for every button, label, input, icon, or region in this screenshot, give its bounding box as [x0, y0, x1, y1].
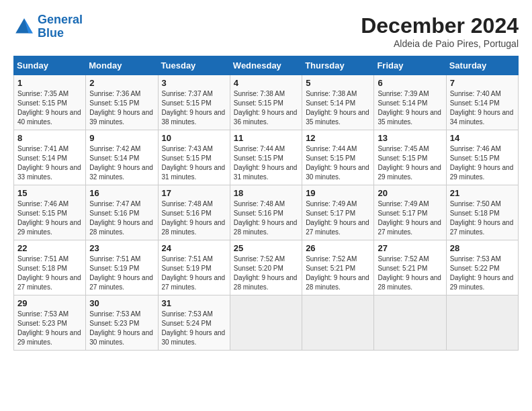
logo-text: General Blue	[38, 13, 83, 40]
day-info: Sunrise: 7:36 AMSunset: 5:15 PMDaylight:…	[89, 90, 153, 126]
calendar-day: 7 Sunrise: 7:40 AMSunset: 5:14 PMDayligh…	[446, 75, 518, 130]
calendar-week-row: 22 Sunrise: 7:51 AMSunset: 5:18 PMDaylig…	[14, 240, 519, 295]
day-number: 7	[450, 78, 515, 88]
day-info: Sunrise: 7:43 AMSunset: 5:15 PMDaylight:…	[162, 145, 226, 181]
col-tuesday: Tuesday	[158, 56, 230, 75]
day-number: 17	[162, 188, 226, 198]
day-info: Sunrise: 7:41 AMSunset: 5:14 PMDaylight:…	[17, 145, 81, 181]
calendar-day: 31 Sunrise: 7:53 AMSunset: 5:24 PMDaylig…	[158, 295, 230, 351]
day-info: Sunrise: 7:40 AMSunset: 5:14 PMDaylight:…	[450, 90, 514, 126]
day-number: 23	[89, 243, 154, 253]
day-info: Sunrise: 7:53 AMSunset: 5:23 PMDaylight:…	[17, 310, 81, 346]
calendar-week-row: 29 Sunrise: 7:53 AMSunset: 5:23 PMDaylig…	[14, 295, 519, 351]
day-info: Sunrise: 7:49 AMSunset: 5:17 PMDaylight:…	[306, 200, 369, 236]
day-number: 16	[89, 188, 154, 198]
calendar-day: 29 Sunrise: 7:53 AMSunset: 5:23 PMDaylig…	[14, 295, 86, 351]
day-number: 9	[89, 133, 154, 143]
day-info: Sunrise: 7:44 AMSunset: 5:15 PMDaylight:…	[306, 145, 369, 181]
day-number: 25	[234, 243, 298, 253]
day-info: Sunrise: 7:51 AMSunset: 5:19 PMDaylight:…	[89, 255, 153, 291]
calendar-day: 30 Sunrise: 7:53 AMSunset: 5:23 PMDaylig…	[86, 295, 158, 351]
calendar-table: Sunday Monday Tuesday Wednesday Thursday…	[13, 56, 519, 351]
calendar-day: 26 Sunrise: 7:52 AMSunset: 5:21 PMDaylig…	[302, 240, 374, 295]
day-number: 3	[162, 78, 226, 88]
calendar-day: 6 Sunrise: 7:39 AMSunset: 5:14 PMDayligh…	[374, 75, 446, 130]
day-number: 31	[162, 298, 226, 308]
calendar-body: 1 Sunrise: 7:35 AMSunset: 5:15 PMDayligh…	[14, 75, 519, 351]
day-info: Sunrise: 7:46 AMSunset: 5:15 PMDaylight:…	[17, 200, 81, 236]
day-number: 14	[450, 133, 515, 143]
day-number: 11	[234, 133, 298, 143]
day-info: Sunrise: 7:35 AMSunset: 5:15 PMDaylight:…	[17, 90, 81, 126]
day-info: Sunrise: 7:51 AMSunset: 5:19 PMDaylight:…	[162, 255, 226, 291]
day-number: 20	[378, 188, 442, 198]
calendar-day: 15 Sunrise: 7:46 AMSunset: 5:15 PMDaylig…	[14, 185, 86, 240]
day-info: Sunrise: 7:52 AMSunset: 5:20 PMDaylight:…	[234, 255, 298, 291]
day-number: 15	[17, 188, 82, 198]
calendar-day: 8 Sunrise: 7:41 AMSunset: 5:14 PMDayligh…	[14, 130, 86, 185]
calendar-day: 25 Sunrise: 7:52 AMSunset: 5:20 PMDaylig…	[230, 240, 302, 295]
day-info: Sunrise: 7:48 AMSunset: 5:16 PMDaylight:…	[162, 200, 226, 236]
day-number: 13	[378, 133, 442, 143]
day-info: Sunrise: 7:39 AMSunset: 5:14 PMDaylight:…	[378, 90, 441, 126]
day-info: Sunrise: 7:46 AMSunset: 5:15 PMDaylight:…	[450, 145, 514, 181]
day-info: Sunrise: 7:42 AMSunset: 5:14 PMDaylight:…	[89, 145, 153, 181]
empty-day	[446, 295, 518, 351]
empty-day	[230, 295, 302, 351]
col-wednesday: Wednesday	[230, 56, 302, 75]
title-area: December 2024 Aldeia de Paio Pires, Port…	[361, 13, 519, 49]
header-row: Sunday Monday Tuesday Wednesday Thursday…	[14, 56, 519, 75]
calendar-day: 1 Sunrise: 7:35 AMSunset: 5:15 PMDayligh…	[14, 75, 86, 130]
calendar-day: 21 Sunrise: 7:50 AMSunset: 5:18 PMDaylig…	[446, 185, 518, 240]
calendar-subtitle: Aldeia de Paio Pires, Portugal	[361, 38, 519, 49]
day-number: 10	[162, 133, 226, 143]
calendar-day: 2 Sunrise: 7:36 AMSunset: 5:15 PMDayligh…	[86, 75, 158, 130]
day-info: Sunrise: 7:51 AMSunset: 5:18 PMDaylight:…	[17, 255, 81, 291]
calendar-week-row: 1 Sunrise: 7:35 AMSunset: 5:15 PMDayligh…	[14, 75, 519, 130]
calendar-day: 9 Sunrise: 7:42 AMSunset: 5:14 PMDayligh…	[86, 130, 158, 185]
day-number: 19	[306, 188, 370, 198]
logo: General Blue	[13, 13, 83, 40]
day-info: Sunrise: 7:53 AMSunset: 5:23 PMDaylight:…	[89, 310, 153, 346]
day-number: 21	[450, 188, 515, 198]
empty-day	[374, 295, 446, 351]
day-number: 24	[162, 243, 226, 253]
day-info: Sunrise: 7:53 AMSunset: 5:24 PMDaylight:…	[162, 310, 226, 346]
day-number: 22	[17, 243, 82, 253]
day-number: 6	[378, 78, 442, 88]
day-info: Sunrise: 7:37 AMSunset: 5:15 PMDaylight:…	[162, 90, 226, 126]
calendar-day: 3 Sunrise: 7:37 AMSunset: 5:15 PMDayligh…	[158, 75, 230, 130]
day-number: 12	[306, 133, 370, 143]
col-thursday: Thursday	[302, 56, 374, 75]
day-number: 28	[450, 243, 515, 253]
day-info: Sunrise: 7:47 AMSunset: 5:16 PMDaylight:…	[89, 200, 153, 236]
calendar-day: 11 Sunrise: 7:44 AMSunset: 5:15 PMDaylig…	[230, 130, 302, 185]
day-info: Sunrise: 7:49 AMSunset: 5:17 PMDaylight:…	[378, 200, 441, 236]
col-sunday: Sunday	[14, 56, 86, 75]
calendar-day: 24 Sunrise: 7:51 AMSunset: 5:19 PMDaylig…	[158, 240, 230, 295]
day-info: Sunrise: 7:48 AMSunset: 5:16 PMDaylight:…	[234, 200, 298, 236]
day-number: 27	[378, 243, 442, 253]
day-info: Sunrise: 7:53 AMSunset: 5:22 PMDaylight:…	[450, 255, 514, 291]
day-number: 29	[17, 298, 82, 308]
day-number: 30	[89, 298, 154, 308]
col-monday: Monday	[86, 56, 158, 75]
calendar-day: 18 Sunrise: 7:48 AMSunset: 5:16 PMDaylig…	[230, 185, 302, 240]
calendar-day: 20 Sunrise: 7:49 AMSunset: 5:17 PMDaylig…	[374, 185, 446, 240]
day-info: Sunrise: 7:50 AMSunset: 5:18 PMDaylight:…	[450, 200, 514, 236]
day-info: Sunrise: 7:45 AMSunset: 5:15 PMDaylight:…	[378, 145, 441, 181]
empty-day	[302, 295, 374, 351]
calendar-day: 13 Sunrise: 7:45 AMSunset: 5:15 PMDaylig…	[374, 130, 446, 185]
col-friday: Friday	[374, 56, 446, 75]
header: General Blue December 2024 Aldeia de Pai…	[13, 13, 519, 49]
day-info: Sunrise: 7:38 AMSunset: 5:15 PMDaylight:…	[234, 90, 298, 126]
calendar-day: 17 Sunrise: 7:48 AMSunset: 5:16 PMDaylig…	[158, 185, 230, 240]
calendar-day: 22 Sunrise: 7:51 AMSunset: 5:18 PMDaylig…	[14, 240, 86, 295]
calendar-week-row: 8 Sunrise: 7:41 AMSunset: 5:14 PMDayligh…	[14, 130, 519, 185]
calendar-day: 27 Sunrise: 7:52 AMSunset: 5:21 PMDaylig…	[374, 240, 446, 295]
calendar-day: 28 Sunrise: 7:53 AMSunset: 5:22 PMDaylig…	[446, 240, 518, 295]
calendar-day: 4 Sunrise: 7:38 AMSunset: 5:15 PMDayligh…	[230, 75, 302, 130]
day-number: 26	[306, 243, 370, 253]
day-info: Sunrise: 7:44 AMSunset: 5:15 PMDaylight:…	[234, 145, 298, 181]
day-number: 18	[234, 188, 298, 198]
